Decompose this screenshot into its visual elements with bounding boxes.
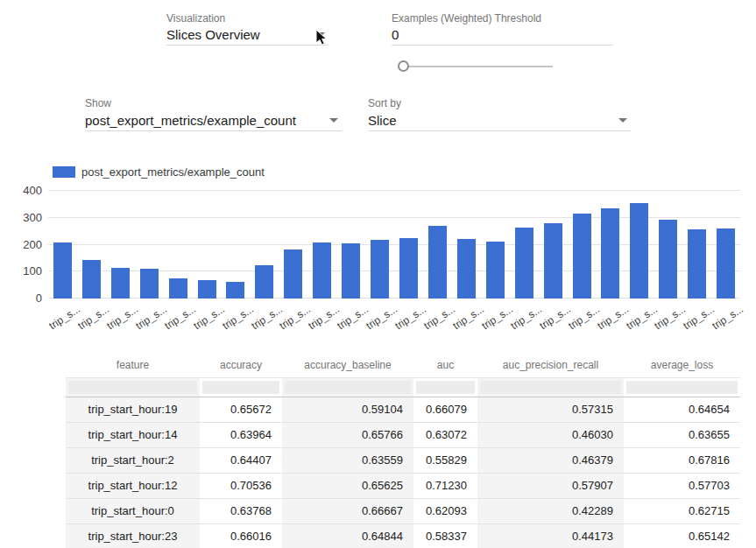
bar[interactable] [140,269,159,299]
bar[interactable] [544,223,562,299]
bar[interactable] [457,239,476,299]
column-header-average_loss[interactable]: average_loss [624,353,740,377]
column-filter-average_loss[interactable] [626,381,738,394]
bar-slot [77,190,106,299]
filter-cell [282,377,413,397]
x-label-slot: trip_s... [365,300,394,334]
column-filter-auc[interactable] [416,381,475,394]
metric-cell: 0.46379 [477,447,624,473]
bar-slot [135,190,164,299]
bar-slot [279,190,307,299]
metric-cell: 0.57315 [477,397,624,422]
x-label-slot: trip_s... [106,300,135,334]
bar[interactable] [515,228,533,299]
legend-label: post_export_metrics/example_count [81,165,265,179]
metric-cell: 0.65142 [624,523,740,548]
metric-cell: 0.65672 [200,397,282,422]
bar[interactable] [226,282,244,299]
column-header-feature[interactable]: feature [66,353,200,377]
bar-slot [481,190,510,299]
visualization-label: Visualization [166,12,225,25]
y-tick-label: 100 [0,264,42,278]
bar-slot [597,190,625,299]
column-filter-auc_precision_recall[interactable] [480,381,621,394]
bar[interactable] [169,278,187,299]
bar[interactable] [313,242,331,299]
column-filter-accuracy_baseline[interactable] [285,381,411,394]
column-filter-feature[interactable] [68,381,197,394]
bar[interactable] [630,203,648,299]
column-header-auc_precision_recall[interactable]: auc_precision_recall [477,353,624,377]
bar-slot [48,190,77,299]
bar-slot [164,190,193,299]
sort-by-select[interactable]: Slice [368,110,631,131]
bar-slot [365,190,394,299]
metric-cell: 0.64654 [624,397,740,422]
metric-cell: 0.66016 [200,523,282,548]
x-label-slot: trip_s... [654,300,682,334]
metrics-table: featureaccuracyaccuracy_baselineaucauc_p… [66,353,740,548]
metric-cell: 0.67816 [624,447,740,473]
x-label-slot: trip_s... [423,300,452,334]
bar-slot [654,190,682,299]
bar-slot [307,190,336,299]
filter-cell [624,377,740,397]
bar[interactable] [601,208,619,299]
bar[interactable] [659,220,677,299]
x-axis-labels: trip_s...trip_s...trip_s...trip_s...trip… [48,300,740,334]
show-label: Show [85,97,111,109]
column-filter-accuracy[interactable] [202,381,279,394]
metric-cell: 0.64844 [282,523,413,548]
filter-cell [66,377,200,397]
x-label-slot: trip_s... [250,300,279,334]
bar[interactable] [284,249,302,299]
x-label-slot: trip_s... [452,300,481,334]
table-row: trip_start_hour:140.639640.657660.630720… [66,422,740,447]
bar[interactable] [573,214,591,299]
bar[interactable] [371,240,389,299]
bar[interactable] [111,268,130,299]
x-label-slot: trip_s... [568,300,597,334]
visualization-select[interactable]: Slices Overview [166,25,329,46]
metric-cell: 0.62093 [413,498,477,523]
metric-cell: 0.64407 [200,447,282,473]
bar-slot [625,190,654,299]
y-tick-label: 200 [0,238,42,251]
x-label-slot: trip_s... [48,300,77,334]
legend-swatch [53,166,75,178]
bar[interactable] [399,238,418,299]
bar-plot [48,190,740,299]
bar[interactable] [717,228,735,299]
column-header-accuracy[interactable]: accuracy [200,353,282,377]
threshold-slider[interactable] [399,66,553,67]
bar[interactable] [255,265,273,299]
metric-cell: 0.63655 [624,422,740,447]
bar-slot [423,190,452,299]
threshold-input[interactable]: 0 [392,25,613,46]
feature-cell: trip_start_hour:14 [66,422,200,447]
column-header-accuracy_baseline[interactable]: accuracy_baseline [282,353,413,377]
bar-slot [452,190,481,299]
bar-slot [682,190,711,299]
chevron-down-icon [618,118,627,123]
feature-cell: trip_start_hour:12 [66,473,200,498]
show-select[interactable]: post_export_metrics/example_count [85,110,342,131]
table-row: trip_start_hour:00.637680.666670.620930.… [66,498,740,523]
bar[interactable] [486,242,505,299]
bar[interactable] [428,226,447,299]
x-label-slot: trip_s... [481,300,510,334]
x-label-slot: trip_s... [336,300,365,334]
show-value: post_export_metrics/example_count [85,113,296,128]
metric-cell: 0.44173 [477,523,624,548]
slider-thumb[interactable] [398,60,409,72]
metric-cell: 0.63964 [200,422,282,447]
bar[interactable] [198,280,216,299]
x-label-slot: trip_s... [135,300,164,334]
bar[interactable] [342,243,360,299]
bar[interactable] [688,229,706,299]
bar[interactable] [82,260,101,299]
table-row: trip_start_hour:190.656720.591040.660790… [66,397,740,422]
bar[interactable] [53,242,72,299]
metric-cell: 0.57907 [477,473,624,498]
column-header-auc[interactable]: auc [413,353,477,377]
